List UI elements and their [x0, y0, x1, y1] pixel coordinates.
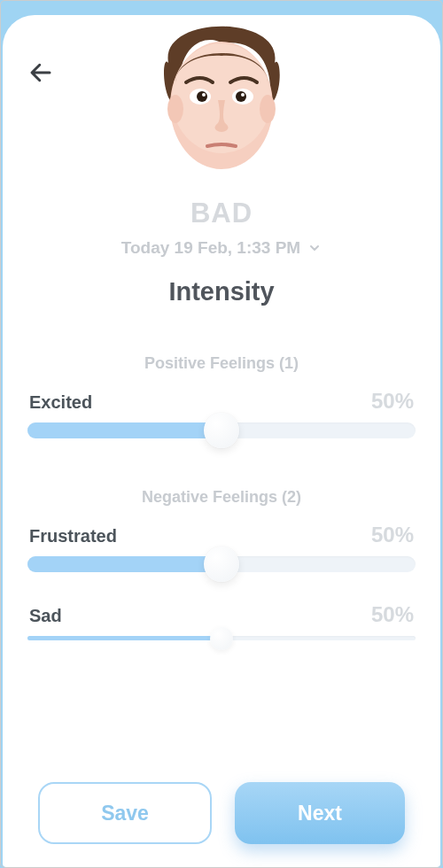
slider-sad: Sad 50%: [27, 602, 416, 640]
section-title: Intensity: [27, 277, 416, 306]
svg-point-1: [172, 43, 271, 153]
slider-value: 50%: [371, 523, 414, 547]
svg-point-8: [202, 93, 206, 97]
face-avatar-icon: [142, 15, 301, 187]
positive-group-heading: Positive Feelings (1): [27, 354, 416, 373]
slider-thumb[interactable]: [210, 627, 233, 650]
chevron-down-icon: [307, 241, 322, 255]
next-button[interactable]: Next: [235, 782, 405, 844]
slider-frustrated: Frustrated 50%: [27, 523, 416, 572]
arrow-left-icon: [27, 59, 54, 86]
avatar: [142, 15, 301, 187]
mood-label: BAD: [27, 198, 416, 229]
slider-track[interactable]: [27, 422, 416, 438]
slider-label: Sad: [29, 606, 62, 626]
slider-track[interactable]: [27, 636, 416, 640]
save-button[interactable]: Save: [38, 782, 212, 844]
svg-point-7: [236, 91, 246, 102]
slider-label: Excited: [29, 392, 92, 413]
svg-point-6: [197, 91, 207, 102]
negative-group-heading: Negative Feelings (2): [27, 488, 416, 507]
svg-point-9: [241, 93, 245, 97]
svg-point-2: [167, 95, 183, 123]
slider-track[interactable]: [27, 556, 416, 572]
slider-value: 50%: [371, 602, 414, 627]
slider-value: 50%: [371, 389, 414, 414]
back-button[interactable]: [26, 58, 56, 88]
mood-intensity-card: BAD Today 19 Feb, 1:33 PM Intensity Posi…: [3, 15, 440, 867]
date-text: Today 19 Feb, 1:33 PM: [121, 238, 300, 258]
footer-actions: Save Next: [3, 782, 440, 844]
date-picker[interactable]: Today 19 Feb, 1:33 PM: [27, 238, 416, 258]
slider-excited: Excited 50%: [27, 389, 416, 438]
slider-thumb[interactable]: [204, 546, 239, 582]
slider-thumb[interactable]: [204, 413, 239, 448]
slider-label: Frustrated: [29, 526, 117, 546]
svg-point-3: [260, 95, 276, 123]
